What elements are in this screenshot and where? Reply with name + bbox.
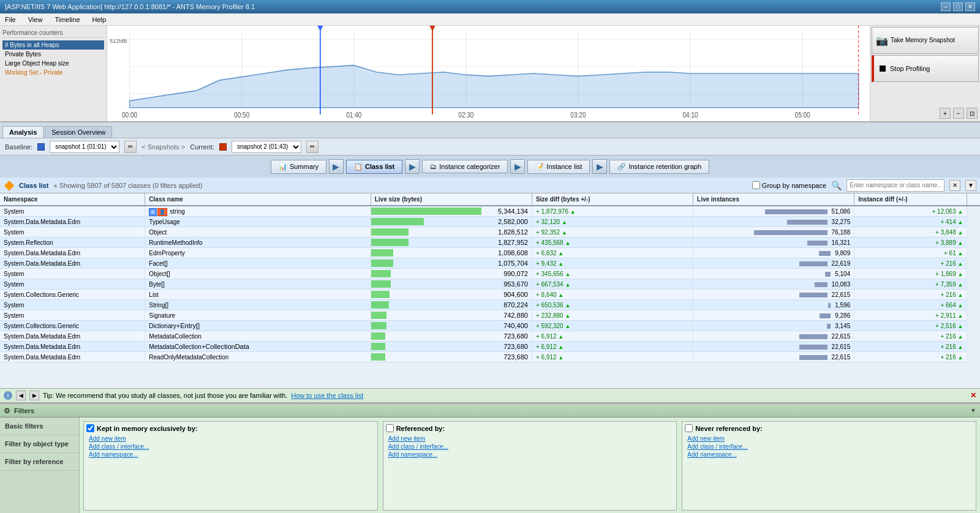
cell-instancediff: + 61 ▲ [854, 248, 967, 258]
info-prev-button[interactable]: ◀ [16, 391, 26, 400]
table-row[interactable]: System Object 1,828,512 + 92,352 ▲ 76,18… [0, 227, 980, 238]
table-row[interactable]: System String[] 870,224 + 650,536 ▲ 1,59… [0, 300, 980, 310]
menu-timeline[interactable]: Timeline [52, 15, 82, 24]
search-input[interactable] [846, 179, 944, 192]
filters-header[interactable]: ⚙ Filters ▼ [0, 404, 980, 418]
col-classname[interactable]: Class name [145, 193, 371, 206]
group-namespace-checkbox[interactable] [752, 181, 760, 189]
cell-classname: List [145, 290, 371, 300]
table-row[interactable]: System Signature 742,880 + 232,880 ▲ 9,2… [0, 310, 980, 321]
instance-list-icon: 📝 [535, 163, 544, 171]
column-settings-button[interactable]: ▼ [965, 180, 976, 191]
col-livesize[interactable]: Live size (bytes) [371, 193, 532, 206]
menu-file[interactable]: File [2, 15, 18, 24]
baseline-edit-button[interactable]: ✏ [124, 141, 137, 153]
class-list-button[interactable]: 📋 Class list [346, 160, 402, 174]
filter-ref-add-class[interactable]: Add class / interface... [388, 443, 674, 451]
svg-marker-10 [130, 66, 859, 108]
cell-liveinstances: 16,321 [693, 238, 854, 248]
filters-content: Basic filters Filter by object type Filt… [0, 418, 980, 513]
instance-list-label: Instance list [546, 163, 582, 170]
cell-sizediff: + 8,640 ▲ [532, 290, 693, 300]
cell-instancediff: + 216 ▲ [854, 290, 967, 300]
perf-item-private-bytes[interactable]: Private Bytes [2, 50, 104, 59]
filter-kept-add-namespace[interactable]: Add namespace... [89, 451, 375, 459]
table-row[interactable]: System.Reflection RuntimeMethodInfo 1,82… [0, 238, 980, 248]
perf-item-working-set[interactable]: Working Set - Private [2, 68, 104, 77]
cell-namespace: System [0, 227, 145, 238]
maximize-button[interactable]: □ [953, 2, 963, 11]
filter-reference[interactable]: Filter by reference [0, 453, 79, 471]
filter-never-add-item[interactable]: Add new item [687, 435, 973, 443]
perf-item-bytes-heap[interactable]: # Bytes in all Heaps [2, 40, 104, 50]
cell-livesize: 953,670 [371, 279, 532, 290]
filter-ref-add-item[interactable]: Add new item [388, 435, 674, 443]
table-row[interactable]: System Byte[] 953,670 + 667,534 ▲ 10,083… [0, 279, 980, 290]
col-sizediff[interactable]: Size diff (bytes +/-) [532, 193, 693, 206]
col-instancediff[interactable]: Instance diff (+/-) [854, 193, 967, 206]
minimize-button[interactable]: ─ [941, 2, 951, 11]
zoom-in-button[interactable]: + [940, 108, 951, 119]
stop-profiling-button[interactable]: ⏹ Stop Profiling [872, 55, 979, 82]
cell-sizediff: + 6,912 ▲ [532, 331, 693, 342]
fit-button[interactable]: ⊡ [967, 108, 978, 119]
table-row[interactable]: System Object[] 990,072 + 345,656 ▲ 5,10… [0, 269, 980, 279]
table-row[interactable]: System ⊞👤string 5,344,134 + 1,872,976 ▲ … [0, 206, 980, 217]
cell-namespace: System [0, 269, 145, 279]
table-row[interactable]: System.Data.Metadata.Edm MetadataCollect… [0, 342, 980, 352]
filter-kept-add-item[interactable]: Add new item [89, 435, 375, 443]
cell-classname: MetadataCollection [145, 331, 371, 342]
table-row[interactable]: System.Data.Metadata.Edm TypeUsage 2,582… [0, 217, 980, 227]
cell-liveinstances: 1,596 [693, 300, 854, 310]
cell-livesize: 870,224 [371, 300, 532, 310]
take-snapshot-button[interactable]: 📷 Take Memory Snapshot [872, 27, 979, 54]
info-close-button[interactable]: ✕ [970, 391, 976, 400]
filter-ref-add-namespace[interactable]: Add namespace... [388, 451, 674, 459]
snapshots-nav[interactable]: < Snapshots > [141, 143, 185, 151]
filter-referenced-checkbox[interactable] [386, 424, 394, 432]
table-row[interactable]: System.Collections.Generic List 904,600 … [0, 290, 980, 300]
table-row[interactable]: System.Data.Metadata.Edm ReadOnlyMetadat… [0, 352, 980, 362]
nav-arrow-3: ▶ [510, 159, 525, 174]
cell-classname: ⊞👤string [145, 206, 371, 217]
instance-list-button[interactable]: 📝 Instance list [527, 160, 590, 174]
search-clear-button[interactable]: ✕ [949, 180, 960, 191]
table-row[interactable]: System.Data.Metadata.Edm MetadataCollect… [0, 331, 980, 342]
menu-view[interactable]: View [26, 15, 45, 24]
cell-sizediff: + 1,872,976 ▲ [532, 206, 693, 217]
zoom-out-button[interactable]: − [953, 108, 964, 119]
filter-kept-checkbox[interactable] [86, 424, 94, 432]
close-button[interactable]: ✕ [965, 2, 975, 11]
group-by-namespace[interactable]: Group by namespace [752, 181, 826, 189]
info-link[interactable]: How to use the class list [291, 392, 363, 399]
filter-kept-add-class[interactable]: Add class / interface... [89, 443, 375, 451]
right-toolbar: 📷 Take Memory Snapshot ⏹ Stop Profiling … [870, 26, 980, 121]
filter-never-ref-checkbox[interactable] [685, 424, 693, 432]
cell-classname: TypeUsage [145, 217, 371, 227]
info-next-button[interactable]: ▶ [29, 391, 39, 400]
cell-liveinstances: 10,083 [693, 279, 854, 290]
instance-retention-button[interactable]: 🔗 Instance retention graph [609, 160, 709, 174]
tab-session-overview[interactable]: Session Overview [45, 126, 112, 138]
filter-never-add-class[interactable]: Add class / interface... [687, 443, 973, 451]
tab-analysis[interactable]: Analysis [2, 126, 43, 138]
col-liveinstances[interactable]: Live instances [693, 193, 854, 206]
current-edit-button[interactable]: ✏ [306, 141, 318, 153]
menu-help[interactable]: Help [90, 15, 109, 24]
filter-object-type[interactable]: Filter by object type [0, 435, 79, 453]
filter-basic[interactable]: Basic filters [0, 418, 79, 435]
summary-button[interactable]: 📊 Summary [271, 160, 326, 174]
cell-instancediff: + 3,889 ▲ [854, 238, 967, 248]
instance-categorizer-button[interactable]: 🗂 Instance categorizer [422, 160, 508, 173]
current-select[interactable]: snapshot 2 (01:43) [232, 141, 301, 153]
baseline-select[interactable]: snapshot 1 (01:01) [50, 141, 119, 153]
table-row[interactable]: System.Data.Metadata.Edm Facet[] 1,075,7… [0, 258, 980, 269]
filter-never-add-namespace[interactable]: Add namespace... [687, 451, 973, 459]
take-snapshot-label: Take Memory Snapshot [891, 37, 955, 44]
cell-instancediff: + 216 ▲ [854, 352, 967, 362]
current-label: Current: [190, 143, 214, 151]
table-row[interactable]: System.Data.Metadata.Edm EdmProperty 1,0… [0, 248, 980, 258]
col-namespace[interactable]: Namespace [0, 193, 145, 206]
perf-item-large-object[interactable]: Large Object Heap size [2, 59, 104, 68]
table-row[interactable]: System.Collections.Generic Dictionary+En… [0, 321, 980, 331]
